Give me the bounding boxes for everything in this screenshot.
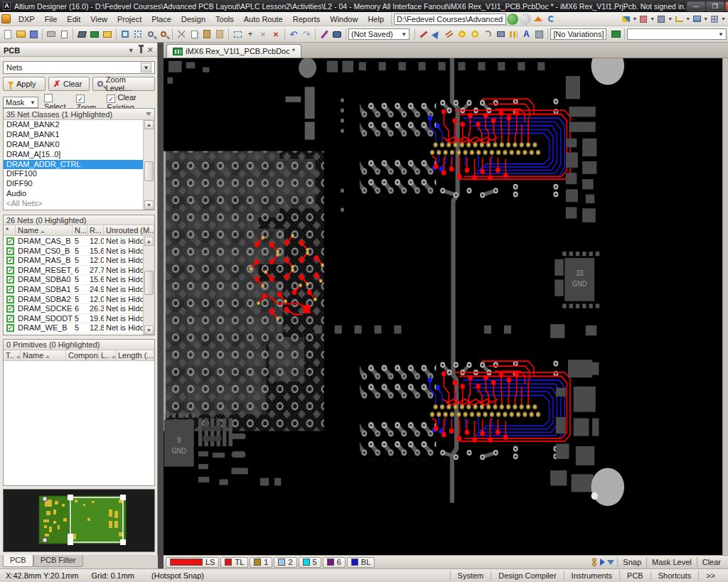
place-string-icon[interactable]: A <box>520 28 532 41</box>
dimension-dropdown-icon[interactable] <box>673 13 685 26</box>
minimize-button[interactable]: — <box>687 1 705 11</box>
net-row[interactable]: ✓DRAM_SDBA2512.00Net is Hidden <box>4 295 143 305</box>
net-row[interactable]: ✓DRAM_WE_B512.80Net is Hidden <box>4 323 143 333</box>
place-pad-icon[interactable] <box>456 28 469 41</box>
storage-combo[interactable]: (Not Saved)▼ <box>348 28 410 40</box>
layer-tab-bl[interactable]: BL <box>347 557 375 568</box>
system-menu-button[interactable]: System <box>450 571 491 581</box>
layer-tab-5[interactable]: 5 <box>299 557 321 568</box>
redo-icon[interactable]: ↷ <box>300 28 313 41</box>
canvas-vertical-scrollbar[interactable] <box>722 58 728 555</box>
menu-window[interactable]: Window <box>325 14 363 25</box>
apply-button[interactable]: Apply <box>3 77 46 91</box>
filter-funnel-icon[interactable] <box>146 112 151 116</box>
net-row[interactable]: ✓DRAM_RESET_B627.75Net is Hidden <box>4 266 143 276</box>
save-icon[interactable] <box>27 28 40 41</box>
zoom-level-button[interactable]: Zoom Level... <box>92 77 155 91</box>
layer-tab-6[interactable]: 6 <box>323 557 346 568</box>
layer-tab-2[interactable]: 2 <box>274 557 296 568</box>
open-document-icon[interactable] <box>14 28 27 41</box>
net-class-item[interactable]: DRAM_BANK2 <box>4 120 143 130</box>
net-row[interactable]: ✓DRAM_SDODT0519.63Net is Hidden <box>4 314 143 324</box>
snap-button[interactable]: Snap <box>617 557 646 567</box>
net-row[interactable]: ✓DRAM_CAS_B512.00Net is Hidden <box>4 237 143 247</box>
net-class-item[interactable]: Audio <box>4 189 143 199</box>
print-preview-icon[interactable] <box>58 28 70 41</box>
panel-close-icon[interactable]: ✕ <box>147 45 154 55</box>
select-area-icon[interactable] <box>231 28 244 41</box>
mask-level-button[interactable]: Mask Level <box>646 557 697 567</box>
zoom-selection-icon[interactable] <box>157 28 170 41</box>
pcb-3d-icon[interactable] <box>609 28 622 41</box>
variations-combo[interactable]: [No Variations]▼ <box>550 28 606 40</box>
place-via-icon[interactable] <box>469 28 481 41</box>
net-class-item[interactable]: DRAM_BANK1 <box>4 130 143 140</box>
mask-funnel-icon[interactable] <box>607 560 614 565</box>
clear-mask-button[interactable]: Clear <box>697 557 726 567</box>
document-tab[interactable]: iMX6 Rex_V1I1_PCB.PcbDoc * <box>166 44 301 58</box>
more-panels-button[interactable]: >> <box>698 571 722 581</box>
net-classes-scrollbar[interactable]: ▲▼ <box>143 120 154 210</box>
pcb-menu-button[interactable]: PCB <box>619 571 651 581</box>
net-class-item[interactable]: DRAM_A[15..0] <box>4 150 143 160</box>
menu-file[interactable]: File <box>40 14 63 25</box>
menu-edit[interactable]: Edit <box>62 14 85 25</box>
panel-pin-icon[interactable] <box>140 47 142 53</box>
net-class-item[interactable]: DIFF90 <box>4 179 143 189</box>
shortcuts-menu-button[interactable]: Shortcuts <box>651 571 698 581</box>
design-compiler-menu-button[interactable]: Design Compiler <box>491 571 563 581</box>
clear-button[interactable]: ✗Clear <box>48 77 90 91</box>
menu-dxp[interactable]: DXP <box>14 14 40 25</box>
menu-design[interactable]: Design <box>176 14 210 25</box>
back-icon[interactable] <box>507 14 518 25</box>
mask-combo[interactable]: Mask▼ <box>3 97 38 108</box>
route-icon[interactable] <box>430 28 443 41</box>
menu-help[interactable]: Help <box>363 14 389 25</box>
new-document-icon[interactable] <box>1 28 14 41</box>
panel-mode-combo[interactable]: Nets▼ <box>3 61 155 74</box>
layer-tab-ls[interactable]: LS <box>166 557 219 568</box>
nets-scrollbar[interactable]: ▲▼ <box>143 237 154 335</box>
board-preview[interactable] <box>3 489 155 552</box>
tab-pcb[interactable]: PCB <box>3 555 33 567</box>
net-row[interactable]: ✓DRAM_SDCKE0626.34Net is Hidden <box>4 304 143 314</box>
cut-icon[interactable] <box>175 28 188 41</box>
path-combo[interactable]: D:\Fedevel Courses\Advanced PCB▼ <box>394 14 506 25</box>
layer-tab-tl[interactable]: TL <box>220 557 248 568</box>
maximize-button[interactable]: ❐ <box>706 1 724 11</box>
net-class-item[interactable]: DIFF100 <box>4 169 143 179</box>
net-row[interactable]: ✓DRAM_RAS_B512.00Net is Hidden <box>4 256 143 266</box>
paste-special-icon[interactable] <box>213 28 226 41</box>
misc-combo[interactable]: ▼ <box>627 28 727 40</box>
layer-stack-dropdown-icon[interactable] <box>637 13 650 26</box>
menu-view[interactable]: View <box>85 14 112 25</box>
zoom-window-icon[interactable] <box>119 28 132 41</box>
net-row[interactable]: ✓DRAM_SDBA0515.62Net is Hidden <box>4 275 143 285</box>
place-fill-icon[interactable] <box>494 28 507 41</box>
panels-dropdown-icon[interactable] <box>690 13 703 26</box>
layer-tab-1[interactable]: 1 <box>250 557 272 568</box>
footprint-dropdown-icon[interactable] <box>655 13 668 26</box>
net-row[interactable]: ✓DRAM_CS0_B515.62Net is Hidden <box>4 247 143 257</box>
interactive-route-icon[interactable] <box>318 28 331 41</box>
diff-pair-route-icon[interactable] <box>443 28 456 41</box>
net-class-item[interactable]: DRAM_BANK0 <box>4 140 143 150</box>
menu-place[interactable]: Place <box>146 14 176 25</box>
paste-icon[interactable] <box>200 28 213 41</box>
place-component-icon[interactable] <box>532 28 545 41</box>
folder-icon[interactable] <box>101 28 114 41</box>
undo-icon[interactable]: ↶ <box>287 28 300 41</box>
menu-tools[interactable]: Tools <box>210 14 239 25</box>
nets-column-headers[interactable]: * Name N... R... Unrouted (M... <box>4 225 154 236</box>
net-class-item-selected[interactable]: DRAM_ADDR_CTRL <box>4 160 143 170</box>
forward-icon[interactable] <box>520 14 531 25</box>
board-view-icon[interactable] <box>331 28 343 41</box>
move-icon[interactable]: + <box>244 28 257 41</box>
net-row[interactable]: ✓DRAM_SDBA1524.99Net is Hidden <box>4 285 143 295</box>
tab-pcb-filter[interactable]: PCB Filter <box>33 555 83 567</box>
print-icon[interactable] <box>45 28 58 41</box>
play-icon[interactable] <box>600 559 605 566</box>
pcb-canvas[interactable]: 33 GND 9 GND <box>164 58 728 555</box>
menu-project[interactable]: Project <box>112 14 146 25</box>
net-class-item[interactable]: <All Nets> <box>4 199 143 209</box>
